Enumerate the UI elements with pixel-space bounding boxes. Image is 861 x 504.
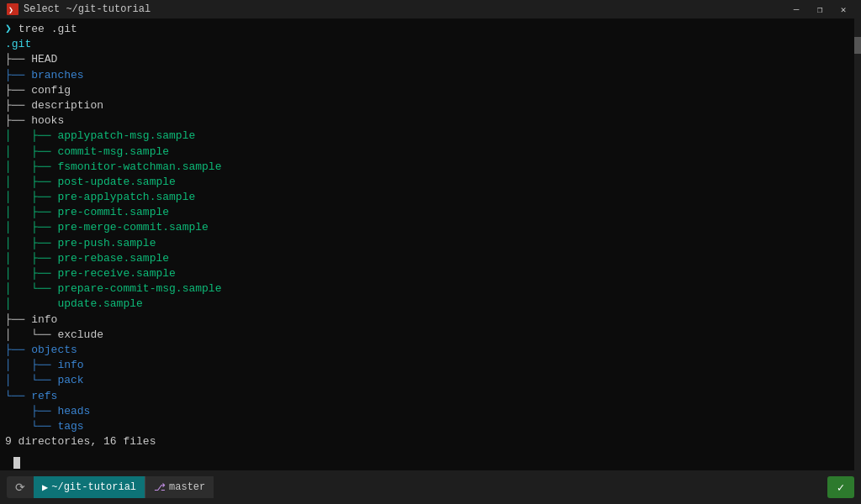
tree-line: │ └── exclude (5, 328, 856, 343)
tree-line: │ ├── fsmonitor-watchman.sample (5, 160, 856, 175)
status-path[interactable]: ▶ ~/git-tutorial (34, 476, 145, 498)
terminal-icon: ▶ (42, 481, 48, 494)
tree-line: └── refs (5, 389, 856, 404)
reload-icon: ⟳ (15, 480, 25, 495)
tree-output: .git├── HEAD├── branches├── config├── de… (5, 37, 856, 434)
tree-line: │ ├── pre-receive.sample (5, 266, 856, 281)
status-check[interactable]: ✓ (827, 476, 854, 498)
tree-line: ├── config (5, 83, 856, 98)
tree-line: │ ├── pre-merge-commit.sample (5, 220, 856, 235)
tree-line: │ └── pack (5, 373, 856, 388)
tree-line: │ ├── pre-commit.sample (5, 205, 856, 220)
close-button[interactable]: ✕ (832, 2, 854, 17)
titlebar-controls: — ❐ ✕ (785, 2, 854, 17)
tree-line: .git (5, 37, 856, 52)
minimize-button[interactable]: — (785, 2, 807, 17)
tree-line: ├── info (5, 312, 856, 328)
tree-line: ├── objects (5, 343, 856, 358)
window-title: Select ~/git-tutorial (24, 3, 151, 15)
tree-line: ├── branches (5, 68, 856, 83)
tree-line: │ ├── pre-applypatch.sample (5, 190, 856, 205)
scrollbar-track (854, 18, 861, 470)
tree-line: │ ├── info (5, 358, 856, 373)
git-icon: ⎇ (154, 481, 166, 494)
titlebar: ❯ Select ~/git-tutorial — ❐ ✕ (0, 0, 861, 18)
tree-line: │ ├── applypatch-msg.sample (5, 129, 856, 144)
tree-line: └── tags (5, 419, 856, 434)
svg-text:❯: ❯ (8, 5, 13, 14)
tree-line: │ ├── commit-msg.sample (5, 144, 856, 160)
tree-line: │ ├── pre-rebase.sample (5, 251, 856, 266)
terminal-output: ❯ tree .git .git├── HEAD├── branches├── … (0, 18, 861, 470)
tree-line: │ ├── pre-push.sample (5, 236, 856, 251)
app-icon: ❯ (7, 3, 18, 15)
scrollbar-thumb[interactable] (854, 37, 861, 54)
tree-line: ├── description (5, 98, 856, 113)
cursor (13, 457, 20, 469)
tree-line: │ ├── post-update.sample (5, 175, 856, 190)
command-line: ❯ tree .git (5, 22, 856, 37)
tree-line: ├── heads (5, 404, 856, 419)
maximize-button[interactable]: ❐ (809, 2, 831, 17)
check-icon: ✓ (837, 480, 844, 495)
status-reload[interactable]: ⟳ (7, 476, 34, 498)
tree-line: │ └── prepare-commit-msg.sample (5, 281, 856, 297)
tree-line: ├── HEAD (5, 52, 856, 67)
statusbar: ⟳ ▶ ~/git-tutorial ⎇ master ✓ (0, 470, 861, 504)
prompt-line (13, 456, 20, 470)
summary-line: 9 directories, 16 files (5, 434, 856, 449)
tree-line: │ update.sample (5, 297, 856, 312)
branch-name: master (169, 481, 205, 493)
path-text: ~/git-tutorial (51, 481, 136, 493)
status-branch[interactable]: ⎇ master (145, 476, 214, 498)
status-left: ⟳ ▶ ~/git-tutorial ⎇ master (7, 476, 214, 498)
tree-line: ├── hooks (5, 113, 856, 129)
titlebar-left: ❯ Select ~/git-tutorial (7, 3, 151, 15)
